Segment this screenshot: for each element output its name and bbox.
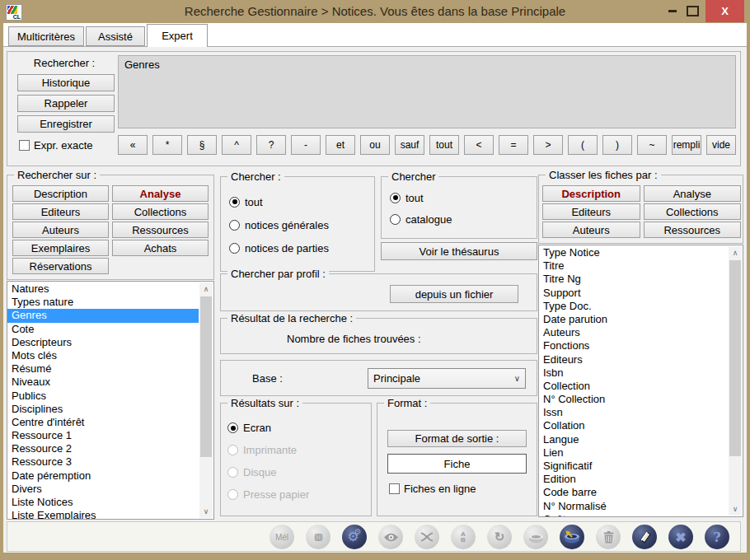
classer-category-button[interactable]: Analyse	[644, 185, 742, 202]
tab-expert[interactable]: Expert	[147, 24, 208, 47]
operator-button[interactable]: )	[602, 135, 632, 155]
operator-button[interactable]: ~	[637, 135, 667, 155]
search-field-item[interactable]: Centre d'intérêt	[7, 416, 199, 429]
operator-button[interactable]: =	[499, 135, 528, 155]
classer-category-button[interactable]: Description	[542, 185, 640, 202]
scroll-thumb[interactable]	[729, 260, 741, 456]
classer-field-item[interactable]: Auteurs	[539, 326, 728, 339]
radio-catalogue[interactable]: catalogue	[390, 208, 452, 230]
search-field-item[interactable]: Types nature	[7, 296, 199, 309]
classer-field-item[interactable]: Langue	[539, 433, 728, 446]
search-field-item[interactable]: Liste Notices	[7, 496, 199, 509]
classer-field-item[interactable]: Code barre	[539, 486, 728, 499]
search-field-item[interactable]: Natures	[7, 282, 199, 296]
search-field-item[interactable]: Disciplines	[7, 403, 199, 416]
operator-button[interactable]: tout	[429, 135, 459, 155]
tab-multicriteres[interactable]: Multicritères	[8, 26, 84, 46]
classer-field-item[interactable]: Lien	[539, 446, 728, 460]
classer-field-item[interactable]: Isbn	[539, 366, 728, 380]
search-field-item[interactable]: Niveaux	[7, 376, 199, 389]
operator-button[interactable]: vide	[706, 135, 736, 155]
classer-field-item[interactable]: N° Collection	[539, 393, 728, 406]
search-field-item[interactable]: Résumé	[7, 362, 199, 376]
classer-category-button[interactable]: Collections	[644, 203, 742, 220]
notebook-icon[interactable]	[632, 525, 657, 549]
search-field-item[interactable]: Publics	[7, 390, 199, 403]
operator-button[interactable]: ^	[222, 135, 251, 155]
classer-field-item[interactable]: Type Notice	[539, 246, 728, 259]
classer-category-button[interactable]: Editeurs	[542, 203, 640, 220]
search-action-button[interactable]: Historique	[17, 74, 115, 91]
index-category-button[interactable]: Description	[12, 185, 109, 202]
classer-field-item[interactable]: Collection	[539, 380, 728, 393]
index-category-button[interactable]: Editeurs	[12, 203, 109, 220]
base-select[interactable]: Principale ∨	[368, 368, 526, 389]
radio-circle-icon[interactable]	[227, 422, 238, 433]
classer-field-item[interactable]: Editeurs	[539, 353, 728, 366]
operator-button[interactable]: et	[326, 135, 355, 155]
gears-icon[interactable]: ⚙⚙	[342, 525, 367, 549]
classer-field-item[interactable]: Edition	[539, 473, 728, 486]
operator-button[interactable]: sauf	[395, 135, 424, 155]
search-action-button[interactable]: Enregistrer	[17, 115, 115, 133]
index-category-button[interactable]: Auteurs	[12, 222, 109, 238]
fiches-en-ligne-row[interactable]: Fiches en ligne	[389, 483, 476, 495]
classer-field-item[interactable]: Issn	[539, 406, 728, 419]
operator-button[interactable]: *	[152, 135, 182, 155]
operator-button[interactable]: ou	[360, 135, 390, 155]
index-category-button[interactable]: Réservations	[12, 258, 109, 274]
scroll-down-icon[interactable]: ∨	[729, 502, 742, 516]
search-fields-listbox[interactable]: NaturesTypes natureGenresCoteDescripteur…	[7, 281, 214, 520]
search-field-item[interactable]: Divers	[7, 483, 199, 496]
query-textarea[interactable]: Genres	[118, 55, 736, 128]
search-field-item[interactable]: Ressource 1	[7, 429, 199, 442]
format-sortie-button[interactable]: Format de sortie :	[387, 430, 527, 447]
tab-assiste[interactable]: Assisté	[86, 26, 145, 46]
classer-field-item[interactable]: Coût	[539, 513, 728, 516]
voir-thesaurus-button[interactable]: Voir le thésaurus	[381, 242, 537, 260]
operator-button[interactable]: §	[187, 135, 217, 155]
classer-fields-listbox[interactable]: Type NoticeTitreTitre NgSupportType Doc.…	[538, 245, 743, 517]
depuis-fichier-button[interactable]: depuis un fichier	[390, 285, 518, 303]
radio-notices-de-parties[interactable]: notices de parties	[229, 236, 329, 259]
close-button[interactable]: X	[705, 0, 744, 22]
classer-field-item[interactable]: N° Normalisé	[539, 500, 728, 513]
radio-tout[interactable]: tout	[390, 187, 452, 208]
operator-button[interactable]: >	[533, 135, 563, 155]
help-icon[interactable]: ?	[705, 525, 729, 549]
operator-button[interactable]: rempli	[672, 135, 701, 155]
radio-circle-icon[interactable]	[390, 193, 401, 203]
classer-field-item[interactable]: Titre	[539, 259, 728, 273]
radio-circle-icon[interactable]	[229, 220, 240, 231]
index-category-button[interactable]: Ressources	[112, 222, 209, 238]
scroll-up-icon[interactable]: ∧	[199, 282, 213, 296]
scroll-up-icon[interactable]: ∧	[729, 246, 742, 259]
operator-button[interactable]: -	[291, 135, 321, 155]
radio-circle-icon[interactable]	[229, 197, 240, 208]
operator-button[interactable]: «	[118, 135, 148, 155]
radio-tout[interactable]: tout	[229, 190, 329, 213]
operator-button[interactable]: <	[464, 135, 494, 155]
close-icon[interactable]: ✖	[668, 525, 693, 549]
search-fields-scrollbar[interactable]: ∧ ∨	[199, 282, 213, 518]
classer-field-item[interactable]: Significatif	[539, 460, 728, 473]
search-field-item[interactable]: Genres	[7, 309, 199, 322]
radio-circle-icon[interactable]	[229, 243, 240, 254]
fiche-button[interactable]: Fiche	[387, 454, 527, 474]
search-action-button[interactable]: Rappeler	[17, 95, 115, 112]
expr-exacte-checkbox[interactable]	[19, 140, 30, 151]
radio-ecran[interactable]: Ecran	[227, 417, 309, 439]
index-category-button[interactable]: Collections	[112, 203, 209, 220]
operator-button[interactable]: (	[568, 135, 598, 155]
radio-circle-icon[interactable]	[390, 214, 401, 225]
fiches-en-ligne-checkbox[interactable]	[389, 483, 400, 494]
search-field-item[interactable]: Cote	[7, 323, 199, 336]
search-field-item[interactable]: Mots clés	[7, 349, 199, 362]
basket-remove-icon[interactable]	[560, 525, 584, 549]
classer-category-button[interactable]: Ressources	[644, 222, 742, 238]
classer-field-item[interactable]: Date parution	[539, 313, 728, 326]
index-category-button[interactable]: Analyse	[112, 185, 209, 202]
search-field-item[interactable]: Ressource 3	[7, 455, 199, 469]
index-category-button[interactable]: Achats	[112, 240, 209, 256]
search-field-item[interactable]: Descripteurs	[7, 336, 199, 349]
